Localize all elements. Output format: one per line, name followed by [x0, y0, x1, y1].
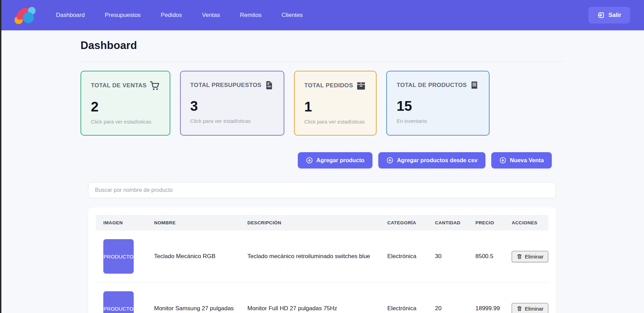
new-sale-label: Nueva Venta	[510, 157, 544, 164]
products-table-card: IMAGEN NOMBRE DESCRIPCIÓN CATEGORÍA CANT…	[88, 207, 556, 313]
nav-item-presupuestos[interactable]: Presupuestos	[105, 12, 141, 19]
receipt-icon	[470, 80, 479, 90]
stat-label: TOTAL DE PRODUCTOS	[397, 82, 467, 89]
box-icon	[356, 80, 366, 91]
cart-icon	[150, 80, 160, 91]
col-cantidad: CANTIDAD	[429, 215, 470, 231]
stat-card-productos[interactable]: TOTAL DE PRODUCTOS 15 En inventario	[386, 71, 490, 136]
add-products-csv-label: Agregar productos desde csv	[397, 157, 477, 164]
col-precio: PRECIO	[470, 215, 506, 231]
stat-value: 3	[190, 98, 274, 114]
add-product-button[interactable]: Agregar producto	[298, 152, 372, 168]
plus-circle-icon	[499, 157, 506, 164]
add-product-label: Agregar producto	[316, 157, 364, 164]
product-image-placeholder: PRODUCTO	[103, 291, 134, 313]
title-divider	[80, 61, 564, 62]
plus-circle-icon	[386, 157, 394, 164]
navbar: Dashboard Presupuestos Pedidos Ventas Re…	[0, 0, 644, 30]
window-edge	[0, 0, 1, 313]
actions-row: Agregar producto Agregar productos desde…	[80, 152, 564, 168]
stats-row: TOTAL DE VENTAS 2 Click para ver estadís…	[80, 71, 564, 136]
document-icon	[264, 80, 274, 90]
delete-button[interactable]: Eliminar	[512, 303, 548, 313]
nav-item-dashboard[interactable]: Dashboard	[56, 12, 85, 19]
cell-nombre: Teclado Mecánico RGB	[149, 231, 242, 283]
main-content: Dashboard TOTAL DE VENTAS 2 Click para v…	[80, 30, 564, 313]
stat-card-pedidos[interactable]: TOTAL PEDIDOS 1 Click para ver estadísti…	[294, 71, 377, 136]
delete-button[interactable]: Eliminar	[512, 251, 548, 262]
table-row: PRODUCTO Teclado Mecánico RGB Teclado me…	[96, 231, 548, 283]
logout-button[interactable]: Salir	[588, 7, 630, 23]
new-sale-button[interactable]: Nueva Venta	[491, 152, 552, 168]
col-categoria: CATEGORÍA	[382, 215, 429, 231]
col-acciones: ACCIONES	[506, 215, 548, 231]
products-table: IMAGEN NOMBRE DESCRIPCIÓN CATEGORÍA CANT…	[96, 215, 548, 313]
brand-logo	[14, 5, 37, 26]
product-image-placeholder: PRODUCTO	[103, 239, 134, 274]
stat-card-presupuestos[interactable]: TOTAL PRESUPUESTOS 3 Click para ver esta…	[180, 71, 284, 136]
cell-precio: 8500.5	[470, 231, 506, 283]
brand-logo-icon	[14, 5, 37, 26]
nav-item-remitos[interactable]: Remitos	[240, 12, 262, 19]
stat-label: TOTAL PEDIDOS	[304, 82, 353, 89]
logout-icon	[597, 11, 605, 19]
stat-subtext: En inventario	[397, 118, 479, 124]
trash-icon	[517, 254, 522, 260]
stat-subtext: Click para ver estadísticas	[190, 118, 274, 124]
stat-subtext: Click para ver estadísticas	[91, 119, 160, 125]
cell-descripcion: Teclado mecánico retroiluminado switches…	[242, 231, 382, 283]
col-imagen: IMAGEN	[96, 215, 149, 231]
stat-label: TOTAL PRESUPUESTOS	[190, 82, 262, 89]
col-nombre: NOMBRE	[149, 215, 242, 231]
cell-precio: 18999.99	[470, 283, 506, 313]
plus-circle-icon	[306, 157, 313, 164]
nav-item-ventas[interactable]: Ventas	[202, 12, 220, 19]
delete-label: Eliminar	[525, 306, 543, 312]
logout-label: Salir	[608, 12, 621, 19]
stat-value: 15	[397, 98, 479, 114]
cell-nombre: Monitor Samsung 27 pulgadas	[149, 283, 242, 313]
cell-categoria: Electrónica	[382, 231, 429, 283]
stat-subtext: Click para ver estadísticas	[304, 119, 366, 125]
stat-value: 1	[304, 99, 366, 115]
nav-links: Dashboard Presupuestos Pedidos Ventas Re…	[56, 12, 303, 19]
cell-categoria: Electrónica	[382, 283, 429, 313]
table-row: PRODUCTO Monitor Samsung 27 pulgadas Mon…	[96, 283, 548, 313]
search-input[interactable]	[88, 182, 556, 198]
cell-cantidad: 20	[429, 283, 470, 313]
nav-item-clientes[interactable]: Clientes	[282, 12, 303, 19]
delete-label: Eliminar	[525, 254, 543, 260]
page-title: Dashboard	[80, 30, 564, 52]
table-header-row: IMAGEN NOMBRE DESCRIPCIÓN CATEGORÍA CANT…	[96, 215, 548, 231]
cell-cantidad: 30	[429, 231, 470, 283]
cell-descripcion: Monitor Full HD 27 pulgadas 75Hz	[242, 283, 382, 313]
nav-item-pedidos[interactable]: Pedidos	[161, 12, 182, 19]
col-descripcion: DESCRIPCIÓN	[242, 215, 382, 231]
trash-icon	[517, 306, 522, 312]
stat-label: TOTAL DE VENTAS	[91, 82, 147, 89]
stat-value: 2	[91, 99, 160, 115]
add-products-csv-button[interactable]: Agregar productos desde csv	[378, 152, 485, 168]
stat-card-ventas[interactable]: TOTAL DE VENTAS 2 Click para ver estadís…	[80, 71, 170, 136]
